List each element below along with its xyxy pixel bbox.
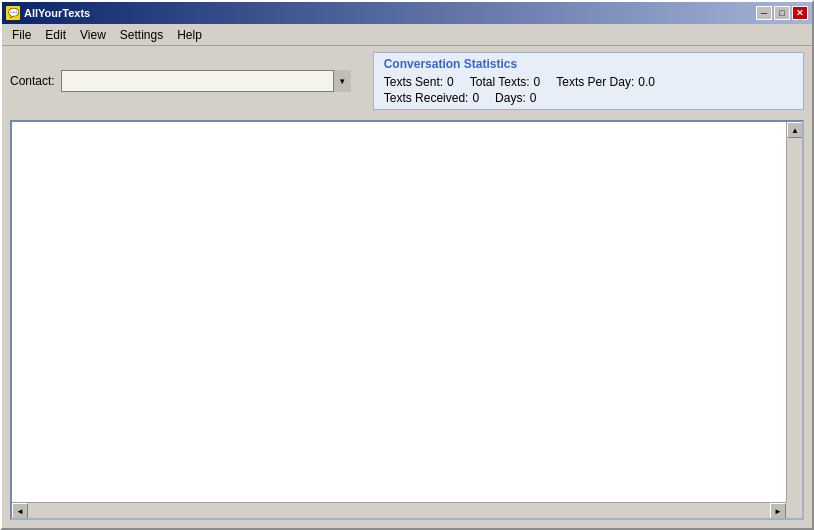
contact-dropdown[interactable]	[61, 70, 351, 92]
scroll-up-button[interactable]: ▲	[787, 122, 803, 138]
contact-section: Contact: ▼	[10, 52, 351, 110]
title-bar-buttons: ─ □ ✕	[756, 6, 808, 20]
main-content-area: ▲ ▼ ◄ ►	[10, 120, 804, 520]
stat-days: Days: 0	[495, 91, 536, 105]
texts-per-day-label: Texts Per Day:	[556, 75, 634, 89]
menu-edit[interactable]: Edit	[39, 26, 72, 44]
texts-received-label: Texts Received:	[384, 91, 469, 105]
menu-help[interactable]: Help	[171, 26, 208, 44]
texts-per-day-value: 0.0	[638, 75, 655, 89]
stat-texts-per-day: Texts Per Day: 0.0	[556, 75, 655, 89]
vertical-scrollbar: ▲ ▼	[786, 122, 802, 518]
minimize-button[interactable]: ─	[756, 6, 772, 20]
days-label: Days:	[495, 91, 526, 105]
menu-file[interactable]: File	[6, 26, 37, 44]
maximize-button[interactable]: □	[774, 6, 790, 20]
stats-row-2: Texts Received: 0 Days: 0	[384, 91, 793, 105]
stats-title: Conversation Statistics	[384, 57, 793, 71]
scroll-track-vertical[interactable]	[787, 138, 802, 502]
stats-section: Conversation Statistics Texts Sent: 0 To…	[373, 52, 804, 110]
texts-sent-label: Texts Sent:	[384, 75, 443, 89]
toolbar-area: Contact: ▼ Conversation Statistics Texts…	[2, 46, 812, 116]
scroll-right-button[interactable]: ►	[770, 503, 786, 519]
app-icon: 💬	[6, 6, 20, 20]
scroll-left-button[interactable]: ◄	[12, 503, 28, 519]
texts-received-value: 0	[472, 91, 479, 105]
total-texts-value: 0	[534, 75, 541, 89]
contact-label: Contact:	[10, 74, 55, 88]
scrollbar-corner	[786, 502, 802, 518]
title-bar: 💬 AllYourTexts ─ □ ✕	[2, 2, 812, 24]
main-window: 💬 AllYourTexts ─ □ ✕ File Edit View Sett…	[0, 0, 814, 530]
menu-view[interactable]: View	[74, 26, 112, 44]
contact-dropdown-wrapper: ▼	[61, 70, 351, 92]
title-bar-left: 💬 AllYourTexts	[6, 6, 90, 20]
days-value: 0	[530, 91, 537, 105]
scroll-track-horizontal[interactable]	[28, 503, 770, 518]
menu-settings[interactable]: Settings	[114, 26, 169, 44]
stats-row-1: Texts Sent: 0 Total Texts: 0 Texts Per D…	[384, 75, 793, 89]
stat-total-texts: Total Texts: 0	[470, 75, 541, 89]
menubar: File Edit View Settings Help	[2, 24, 812, 46]
window-title: AllYourTexts	[24, 7, 90, 19]
texts-sent-value: 0	[447, 75, 454, 89]
stats-rows: Texts Sent: 0 Total Texts: 0 Texts Per D…	[384, 75, 793, 105]
horizontal-scrollbar: ◄ ►	[12, 502, 786, 518]
close-button[interactable]: ✕	[792, 6, 808, 20]
total-texts-label: Total Texts:	[470, 75, 530, 89]
stat-texts-sent: Texts Sent: 0	[384, 75, 454, 89]
stat-texts-received: Texts Received: 0	[384, 91, 479, 105]
